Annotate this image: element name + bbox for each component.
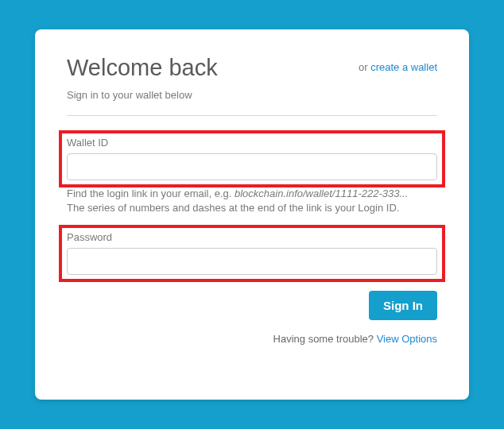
actions-row: Sign In: [67, 291, 437, 320]
wallet-id-group: Wallet ID: [67, 137, 437, 180]
hint-line2: The series of numbers and dashes at the …: [67, 202, 399, 214]
password-input[interactable]: [67, 248, 437, 275]
hint-prefix: Find the login link in your email, e.g.: [67, 187, 235, 199]
password-group: Password: [67, 231, 437, 275]
view-options-link[interactable]: View Options: [377, 333, 437, 345]
wallet-id-hint: Find the login link in your email, e.g. …: [67, 187, 437, 215]
create-wallet-link[interactable]: create a wallet: [370, 61, 437, 73]
subtitle: Sign in to your wallet below: [67, 89, 437, 101]
login-card: Welcome back or create a wallet Sign in …: [35, 29, 469, 400]
divider: [67, 115, 437, 116]
wallet-id-label: Wallet ID: [67, 137, 437, 149]
password-label: Password: [67, 231, 437, 243]
trouble-row: Having some trouble? View Options: [67, 333, 437, 345]
trouble-text: Having some trouble?: [273, 333, 377, 345]
hint-example: blockchain.info/wallet/1111-222-333...: [235, 187, 408, 199]
page-title: Welcome back: [67, 55, 218, 81]
sign-in-button[interactable]: Sign In: [369, 291, 437, 320]
create-wallet-wrap: or create a wallet: [359, 61, 437, 73]
or-text: or: [359, 61, 370, 73]
header-row: Welcome back or create a wallet: [67, 55, 437, 81]
wallet-id-input[interactable]: [67, 153, 437, 180]
